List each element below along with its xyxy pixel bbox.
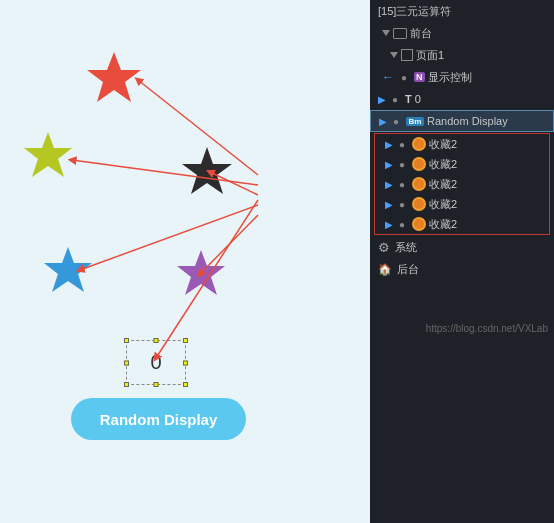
- tree-row-random-display[interactable]: ▶ ● Bm Random Display: [370, 110, 554, 132]
- sub-icon-5: [412, 217, 426, 231]
- sub-eye-5: ●: [395, 217, 409, 231]
- sub-label-1: 收藏2: [429, 137, 545, 152]
- eye-icon-bm: ●: [389, 114, 403, 128]
- arrow-right-icon: ▶: [378, 94, 386, 105]
- sub-eye-3: ●: [395, 177, 409, 191]
- corner-handle-mr: [183, 360, 188, 365]
- star-red: [85, 50, 143, 106]
- star-cyan: [42, 245, 94, 295]
- text-box: 0: [126, 340, 186, 385]
- tree-row-display-control[interactable]: ← ● N 显示控制: [370, 66, 554, 88]
- eye-icon-display: ●: [397, 70, 411, 84]
- sub-icon-3: [412, 177, 426, 191]
- panel-title-row: [15]三元运算符: [370, 0, 554, 22]
- sub-icon-1: [412, 137, 426, 151]
- sub-label-4: 收藏2: [429, 197, 545, 212]
- n-badge: N: [414, 72, 425, 82]
- right-panel: [15]三元运算符 前台 页面1 ← ● N 显示控制 ▶ ● T 0 ▶ ● …: [370, 0, 554, 523]
- eye-icon-t: ●: [388, 92, 402, 106]
- sub-arrow-2: ▶: [385, 159, 393, 170]
- sub-item-5[interactable]: ▶ ● 收藏2: [375, 214, 549, 234]
- sub-label-2: 收藏2: [429, 157, 545, 172]
- svg-marker-3: [44, 247, 92, 292]
- sub-label-3: 收藏2: [429, 177, 545, 192]
- svg-marker-4: [177, 250, 225, 295]
- page-icon: [401, 49, 413, 61]
- expand-icon-page: [390, 52, 398, 58]
- sub-items-box: ▶ ● 收藏2 ▶ ● 收藏2 ▶ ● 收藏2 ▶ ● 收藏2: [374, 133, 550, 235]
- tree-row-backend[interactable]: 🏠 后台: [370, 258, 554, 280]
- website-label: https://blog.csdn.net/VXLab: [426, 323, 548, 334]
- sub-item-1[interactable]: ▶ ● 收藏2: [375, 134, 549, 154]
- gear-icon: ⚙: [378, 240, 390, 255]
- tree-row-system[interactable]: ⚙ 系统: [370, 236, 554, 258]
- svg-marker-0: [87, 52, 141, 102]
- svg-line-9: [80, 205, 258, 270]
- sub-eye-4: ●: [395, 197, 409, 211]
- row-label-zero: 0: [415, 93, 550, 105]
- sub-eye-1: ●: [395, 137, 409, 151]
- sub-arrow-5: ▶: [385, 219, 393, 230]
- tree-row-page1[interactable]: 页面1: [370, 44, 554, 66]
- backend-icon: 🏠: [378, 263, 392, 276]
- row-label-system: 系统: [395, 240, 546, 255]
- star-olive: [22, 130, 74, 180]
- t-badge: T: [405, 93, 412, 105]
- sub-label-5: 收藏2: [429, 217, 545, 232]
- random-display-button[interactable]: Random Display: [71, 398, 246, 440]
- row-label-frontend: 前台: [410, 26, 550, 41]
- tree-row-frontend[interactable]: 前台: [370, 22, 554, 44]
- sub-icon-4: [412, 197, 426, 211]
- corner-handle-br: [183, 382, 188, 387]
- corner-handle-ml: [124, 360, 129, 365]
- expand-icon: [382, 30, 390, 36]
- arrow-right-icon-2: ▶: [379, 116, 387, 127]
- star-purple: [175, 248, 227, 298]
- corner-handle-tm: [154, 338, 159, 343]
- sub-arrow-1: ▶: [385, 139, 393, 150]
- tree-row-text-zero[interactable]: ▶ ● T 0: [370, 88, 554, 110]
- corner-handle-bm: [154, 382, 159, 387]
- star-black: [180, 145, 234, 197]
- website-section: https://blog.csdn.net/VXLab: [370, 280, 554, 340]
- text-value: 0: [150, 351, 161, 374]
- canvas-area: 0 Random Display: [0, 0, 370, 523]
- sub-arrow-4: ▶: [385, 199, 393, 210]
- panel-title: [15]三元运算符: [374, 4, 550, 19]
- sub-item-3[interactable]: ▶ ● 收藏2: [375, 174, 549, 194]
- bm-badge: Bm: [406, 117, 424, 126]
- corner-handle-bl: [124, 382, 129, 387]
- sub-item-2[interactable]: ▶ ● 收藏2: [375, 154, 549, 174]
- monitor-icon: [393, 28, 407, 39]
- corner-handle-tl: [124, 338, 129, 343]
- row-label-display-control: 显示控制: [428, 70, 551, 85]
- row-label-backend: 后台: [397, 262, 550, 277]
- sub-icon-2: [412, 157, 426, 171]
- sub-arrow-3: ▶: [385, 179, 393, 190]
- sub-item-4[interactable]: ▶ ● 收藏2: [375, 194, 549, 214]
- svg-marker-1: [24, 132, 72, 177]
- sub-eye-2: ●: [395, 157, 409, 171]
- back-icon: ←: [382, 70, 394, 84]
- corner-handle-tr: [183, 338, 188, 343]
- svg-marker-2: [182, 147, 232, 194]
- row-label-random-display: Random Display: [427, 115, 549, 127]
- row-label-page1: 页面1: [416, 48, 550, 63]
